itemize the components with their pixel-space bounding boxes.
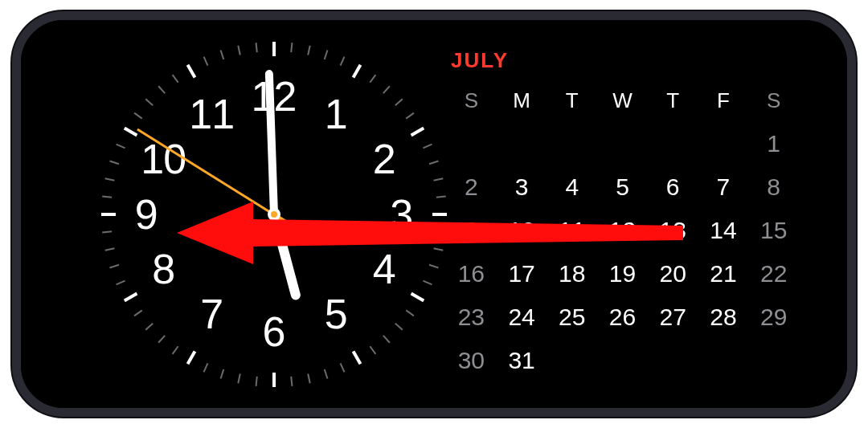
calendar-day-cell — [547, 124, 597, 163]
calendar-day-cell — [597, 341, 648, 380]
clock-number-3: 3 — [390, 190, 412, 238]
calendar-day-cell[interactable]: 10 — [497, 211, 547, 250]
calendar-day-cell[interactable]: 7 — [698, 168, 749, 206]
calendar-day-cell[interactable]: 11 — [547, 211, 597, 250]
calendar-day-header: S — [446, 81, 497, 120]
clock-center-cap — [268, 208, 280, 221]
calendar-day-cell — [648, 341, 698, 380]
calendar-day-cell[interactable]: 18 — [547, 255, 597, 293]
clock-number-5: 5 — [325, 290, 347, 338]
calendar-day-cell — [497, 124, 547, 163]
calendar-day-cell[interactable]: 6 — [648, 168, 698, 206]
calendar-day-cell[interactable]: 23 — [446, 298, 497, 336]
calendar-day-cell[interactable]: 9 — [446, 211, 497, 250]
clock-number-6: 6 — [263, 308, 285, 356]
calendar-widget[interactable]: JULY SMTWTFS1234567891011121314151617181… — [446, 48, 799, 380]
calendar-day-cell[interactable]: 19 — [597, 255, 648, 293]
calendar-day-cell[interactable]: 15 — [748, 211, 799, 250]
calendar-day-header: T — [648, 81, 698, 120]
calendar-day-header: F — [698, 81, 749, 120]
calendar-day-cell[interactable]: 27 — [648, 298, 698, 336]
standby-screen[interactable]: 12 1 2 3 4 5 6 7 8 9 10 11 JULY SMTWTFS1… — [21, 20, 847, 408]
calendar-day-cell[interactable]: 29 — [748, 298, 799, 336]
calendar-day-cell[interactable]: 24 — [497, 298, 547, 336]
clock-number-9: 9 — [135, 190, 158, 238]
calendar-day-cell — [446, 124, 497, 163]
clock-number-7: 7 — [200, 290, 223, 338]
calendar-day-cell — [648, 124, 698, 163]
silent-switch — [170, 408, 206, 413]
calendar-day-cell[interactable]: 14 — [698, 211, 749, 250]
calendar-day-cell[interactable]: 1 — [748, 124, 799, 163]
clock-number-8: 8 — [152, 245, 174, 293]
calendar-day-cell[interactable]: 2 — [446, 168, 497, 206]
calendar-day-today[interactable]: 31 — [497, 341, 547, 380]
clock-widget[interactable]: 12 1 2 3 4 5 6 7 8 9 10 11 — [101, 42, 446, 387]
clock-number-10: 10 — [141, 135, 186, 183]
calendar-day-cell — [597, 124, 648, 163]
calendar-day-cell — [748, 341, 799, 380]
calendar-day-cell[interactable]: 13 — [648, 211, 698, 250]
calendar-day-cell[interactable]: 25 — [547, 298, 597, 336]
calendar-day-cell[interactable]: 20 — [648, 255, 698, 293]
calendar-day-cell — [698, 124, 749, 163]
calendar-month-label: JULY — [451, 48, 799, 73]
calendar-day-cell[interactable]: 17 — [497, 255, 547, 293]
calendar-day-cell[interactable]: 8 — [748, 168, 799, 206]
calendar-day-cell[interactable]: 22 — [748, 255, 799, 293]
calendar-day-cell[interactable]: 30 — [446, 341, 497, 380]
calendar-day-cell[interactable]: 12 — [597, 211, 648, 250]
volume-up-button — [226, 408, 290, 413]
iphone-frame: 12 1 2 3 4 5 6 7 8 9 10 11 JULY SMTWTFS1… — [12, 11, 856, 417]
calendar-grid: SMTWTFS123456789101112131415161718192021… — [446, 81, 799, 380]
calendar-day-cell — [547, 341, 597, 380]
calendar-day-cell[interactable]: 26 — [597, 298, 648, 336]
calendar-day-header: W — [597, 81, 648, 120]
calendar-day-cell[interactable]: 28 — [698, 298, 749, 336]
volume-down-button — [306, 408, 371, 413]
calendar-day-cell[interactable]: 4 — [547, 168, 597, 206]
calendar-day-header: S — [748, 81, 799, 120]
clock-number-11: 11 — [189, 90, 234, 138]
calendar-day-header: T — [547, 81, 597, 120]
calendar-day-cell[interactable]: 5 — [597, 168, 648, 206]
calendar-day-cell[interactable]: 16 — [446, 255, 497, 293]
clock-number-2: 2 — [373, 135, 395, 183]
calendar-day-header: M — [497, 81, 547, 120]
clock-number-1: 1 — [325, 90, 347, 138]
calendar-day-cell — [698, 341, 749, 380]
calendar-day-cell[interactable]: 3 — [497, 168, 547, 206]
clock-number-4: 4 — [373, 245, 395, 293]
calendar-day-cell[interactable]: 21 — [698, 255, 749, 293]
